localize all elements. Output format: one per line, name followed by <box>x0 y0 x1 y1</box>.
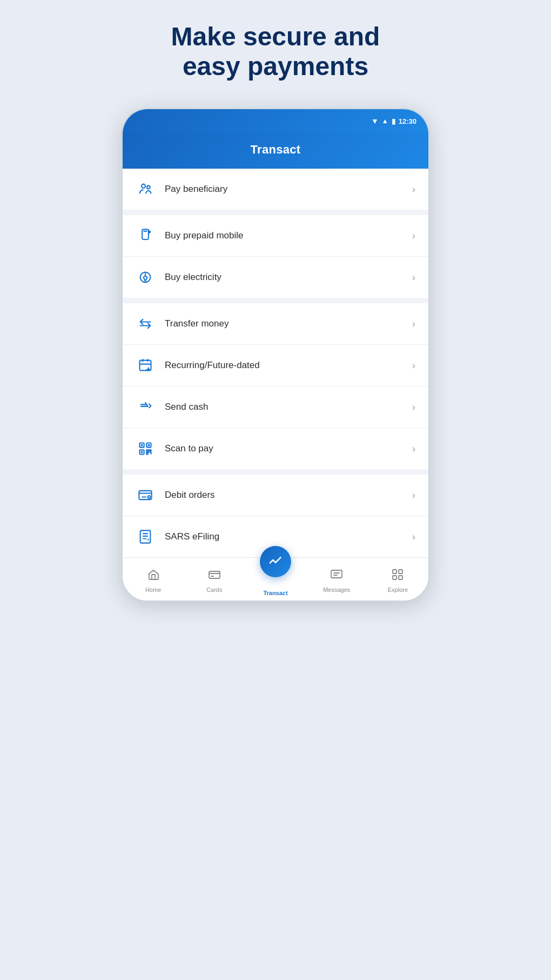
debit-orders-icon <box>136 485 155 505</box>
svg-rect-17 <box>209 571 220 578</box>
debit-orders-label: Debit orders <box>165 490 412 501</box>
screen-title: Transact <box>123 143 428 157</box>
svg-rect-22 <box>399 576 402 579</box>
section-divider-3 <box>123 469 428 475</box>
recurring-label: Recurring/Future-dated <box>165 360 412 371</box>
section-divider-1 <box>123 210 428 215</box>
scan-to-pay-label: Scan to pay <box>165 443 412 454</box>
svg-text:%: % <box>146 538 150 541</box>
sars-efiling-label: SARS eFiling <box>165 531 412 542</box>
home-icon <box>147 568 160 584</box>
chevron-right-icon: › <box>412 360 415 371</box>
qr-icon <box>136 439 155 458</box>
svg-rect-10 <box>141 444 143 446</box>
menu-list: Pay beneficiary › Buy prepaid mobile › B… <box>123 169 428 557</box>
chevron-right-icon: › <box>412 402 415 413</box>
chevron-right-icon: › <box>412 272 415 283</box>
battery-icon: ▮ <box>392 117 395 125</box>
nav-item-explore[interactable]: Explore <box>367 558 428 601</box>
menu-section-utilities: Buy prepaid mobile › Buy electricity › <box>123 215 428 298</box>
messages-nav-label: Messages <box>323 586 350 593</box>
clock: 12:30 <box>399 117 416 125</box>
electricity-icon <box>136 268 155 287</box>
pay-beneficiary-label: Pay beneficiary <box>165 184 412 195</box>
menu-item-transfer-money[interactable]: Transfer money › <box>123 303 428 345</box>
cards-icon <box>208 568 221 584</box>
menu-section-transfers: Transfer money › Recurring/Future-dated … <box>123 303 428 469</box>
menu-section-pay: Pay beneficiary › <box>123 169 428 210</box>
sars-icon: % <box>136 527 155 546</box>
chevron-right-icon: › <box>412 318 415 330</box>
svg-rect-20 <box>399 570 402 574</box>
chevron-right-icon: › <box>412 531 415 543</box>
svg-point-14 <box>148 496 151 499</box>
beneficiary-icon <box>136 179 155 199</box>
nav-item-cards[interactable]: Cards <box>184 558 245 601</box>
mobile-icon <box>136 226 155 245</box>
menu-item-debit-orders[interactable]: Debit orders › <box>123 475 428 516</box>
explore-icon <box>391 568 404 584</box>
messages-icon <box>330 568 343 584</box>
wifi-icon: ▼ <box>371 117 379 125</box>
svg-rect-15 <box>140 531 151 543</box>
chevron-right-icon: › <box>412 184 415 195</box>
nav-item-messages[interactable]: Messages <box>306 558 367 601</box>
send-cash-label: Send cash <box>165 402 412 412</box>
transact-circle <box>260 546 291 577</box>
svg-rect-12 <box>141 451 143 454</box>
status-bar: ▼ ▲ ▮ 12:30 <box>123 109 428 133</box>
section-divider-2 <box>123 298 428 303</box>
buy-electricity-label: Buy electricity <box>165 272 412 283</box>
phone-frame: ▼ ▲ ▮ 12:30 Transact Pay beneficiary › <box>122 108 429 602</box>
transfer-money-label: Transfer money <box>165 318 412 329</box>
send-cash-icon <box>136 397 155 417</box>
recurring-icon <box>136 356 155 375</box>
menu-item-scan-to-pay[interactable]: Scan to pay › <box>123 428 428 469</box>
menu-section-other: Debit orders › % SARS eFiling › <box>123 475 428 557</box>
menu-item-recurring[interactable]: Recurring/Future-dated › <box>123 345 428 386</box>
nav-item-home[interactable]: Home <box>123 558 184 601</box>
buy-prepaid-mobile-label: Buy prepaid mobile <box>165 230 412 241</box>
menu-item-send-cash[interactable]: Send cash › <box>123 386 428 428</box>
menu-item-pay-beneficiary[interactable]: Pay beneficiary › <box>123 169 428 210</box>
app-header: Transact <box>123 133 428 169</box>
menu-item-buy-prepaid-mobile[interactable]: Buy prepaid mobile › <box>123 215 428 257</box>
svg-rect-19 <box>393 570 397 574</box>
svg-point-0 <box>142 184 145 188</box>
cards-nav-label: Cards <box>206 586 222 593</box>
menu-item-buy-electricity[interactable]: Buy electricity › <box>123 257 428 298</box>
svg-rect-11 <box>148 444 150 446</box>
signal-icon: ▲ <box>382 117 388 125</box>
svg-rect-21 <box>393 576 397 579</box>
svg-rect-18 <box>331 570 342 578</box>
page-headline: Make secure and easy payments <box>171 22 380 81</box>
chevron-right-icon: › <box>412 230 415 242</box>
transfer-icon <box>136 314 155 334</box>
transact-nav-label: Transact <box>263 590 287 596</box>
bottom-nav: Home Cards Transact <box>123 557 428 601</box>
chevron-right-icon: › <box>412 490 415 501</box>
explore-nav-label: Explore <box>388 586 408 593</box>
chevron-right-icon: › <box>412 443 415 455</box>
home-nav-label: Home <box>145 586 161 593</box>
svg-point-1 <box>147 186 150 189</box>
nav-item-transact[interactable]: Transact <box>245 558 306 601</box>
